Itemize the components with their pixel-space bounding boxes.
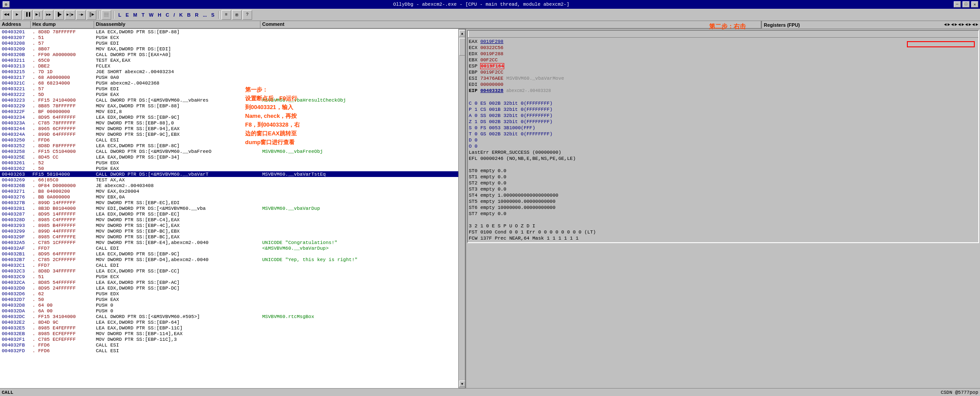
toolbar-restart[interactable]: ░░ <box>102 10 111 20</box>
disasm-row[interactable]: 00403269 . 66|85C0 TEST AX,AX <box>0 177 465 183</box>
disasm-row[interactable]: 004032D7 . 50 PUSH EAX <box>0 297 465 302</box>
disasm-row[interactable]: 004032C3 . 8D8D 34FFFFFF LEA ECX,DWORD P… <box>0 268 465 274</box>
disasm-row[interactable]: 00403252 . 8D8D F8FFFFFF LEA ECX,DWORD P… <box>0 143 465 148</box>
disasm-row[interactable]: 00403234 . 8D95 64FFFFFF LEA EDX,DWORD P… <box>0 114 465 120</box>
nav-arrow-9[interactable]: ◄ <box>972 22 975 27</box>
toolbar-H[interactable]: H <box>156 12 163 18</box>
disasm-row[interactable]: 004032D8 . 64 00 PUSH 0 <box>0 302 465 308</box>
disasm-row[interactable]: 004032FD . FFD6 CALL ESI <box>0 348 465 354</box>
disasm-row[interactable]: 004032C9 . 51 PUSH ECX <box>0 274 465 279</box>
toolbar-rewind[interactable]: ◄◄ <box>2 10 11 20</box>
toolbar-list[interactable]: ≡ <box>221 10 231 20</box>
disasm-row[interactable]: 00403258 . FF15 C5104000 CALL DWORD PTR … <box>0 148 465 154</box>
disasm-row[interactable]: 00403201 . 8D8D 78FFFFFF LEA ECX,DWORD P… <box>0 29 465 35</box>
disasm-row[interactable]: 004032DC . FF15 34104000 CALL DWORD PTR … <box>0 314 465 319</box>
disasm-row[interactable]: 00403271 . B8 04000200 MOV EAX,0x20004 <box>0 188 465 194</box>
disasm-row[interactable]: 004032EB . 8985 ECFEFFFF MOV DWORD PTR S… <box>0 331 465 336</box>
toolbar-pause[interactable]: ▐▐ <box>23 10 32 20</box>
maximize-btn[interactable]: □ <box>962 1 969 7</box>
disasm-row[interactable]: 00403208 . 57 PUSH EDI <box>0 40 465 46</box>
disasm-row[interactable]: 00403229 . 8B85 78FFFFFF MOV EAX,DWORD P… <box>0 103 465 109</box>
disasm-row[interactable]: 004032C1 . FFD7 CALL EDI <box>0 262 465 268</box>
disasm-row[interactable]: 00403221 . 57 PUSH EDI <box>0 86 465 92</box>
toolbar-T[interactable]: T <box>140 12 146 18</box>
disasm-row[interactable]: 00403211 . 65C0 TEST EAX,EAX <box>0 57 465 63</box>
nav-arrow-7[interactable]: ◄ <box>965 22 968 27</box>
disasm-row[interactable]: 004032F1 . C785 ECFEFFFF MOV DWORD PTR S… <box>0 336 465 342</box>
disasm-row[interactable]: 00403250 . FFD6 CALL ESI <box>0 137 465 143</box>
disasm-row[interactable]: 00403281 . 8B3D B0104000 MOV EDI,DWORD P… <box>0 205 465 211</box>
disasm-row[interactable]: 004032E2 . 8D4D 9C LEA ECX,DWORD PTR SS:… <box>0 319 465 325</box>
nav-arrow-8[interactable]: ► <box>969 22 971 27</box>
scroll-down-btn[interactable]: ▼ <box>459 381 465 387</box>
disasm-row[interactable]: 0040328D . 8985 C4FFFFFF MOV DWORD PTR S… <box>0 217 465 223</box>
disasm-row[interactable]: 00403217 . 68 A0000000 PUSH 0A0 <box>0 74 465 80</box>
disasm-row[interactable]: 00403222 . 5D PUSH EAX <box>0 92 465 97</box>
nav-arrow-2[interactable]: ► <box>948 22 950 27</box>
scroll-up-btn[interactable]: ▲ <box>459 30 465 36</box>
disasm-row[interactable]: 0040324A . 899D 64FFFFFF MOV DWORD PTR S… <box>0 131 465 137</box>
disasm-row[interactable]: 004032AF . FFD7 CALL EDI <&MSVBVM60.__vb… <box>0 245 465 251</box>
toolbar-R[interactable]: R <box>193 12 200 18</box>
disasm-row[interactable]: 00403261 . 52 PUSH EDX <box>0 160 465 166</box>
toolbar-C[interactable]: C <box>164 12 171 18</box>
toolbar-step-over[interactable]: ►► <box>44 10 53 20</box>
disasm-row[interactable]: 0040327B . 899D 14FFFFFF MOV DWORD PTR S… <box>0 200 465 205</box>
disasm-row[interactable]: 00403213 . DBE2 FCLEX <box>0 63 465 69</box>
toolbar-help[interactable]: ? <box>242 10 252 20</box>
disasm-row[interactable]: 004032FB . FFD6 CALL ESI <box>0 342 465 348</box>
toolbar-S[interactable]: S <box>210 12 216 18</box>
disasm-row[interactable]: 0040322F . BF 00000000 MOV EDI,8 <box>0 109 465 114</box>
toolbar-execute-till-return[interactable]: ►|► <box>65 10 75 20</box>
reg-eax-val[interactable]: 0019F298 <box>480 39 503 44</box>
disasm-row[interactable]: 004032B7 . C785 2CFFFFFF MOV DWORD PTR S… <box>0 257 465 262</box>
nav-arrow-3[interactable]: ◄ <box>951 22 954 27</box>
disasm-row[interactable]: 004032A5 . C785 1CFFFFFF MOV DWORD PTR S… <box>0 240 465 245</box>
toolbar-step-into[interactable]: ►| <box>33 10 43 20</box>
disasm-row[interactable]: 0040325E . 8D45 CC LEA EAX,DWORD PTR SS:… <box>0 154 465 160</box>
disasm-row[interactable]: 0040329F . 8985 C4FFFFFE MOV DWORD PTR S… <box>0 234 465 240</box>
disasm-row[interactable]: 0040326B . 0F84 D0000000 JE abexcm2-.004… <box>0 183 465 188</box>
disasm-row[interactable]: 0040323A . C785 78FFFFFF MOV DWORD PTR S… <box>0 120 465 126</box>
toolbar-W[interactable]: W <box>147 12 155 18</box>
disasm-row[interactable]: 00403299 . 899D 44FFFFFF MOV DWORD PTR S… <box>0 228 465 234</box>
toolbar-run[interactable]: ► <box>12 10 22 20</box>
disasm-row[interactable]: 00403209 . 8B07 MOV EAX,DWORD PTR DS:[ED… <box>0 46 465 52</box>
disasm-row[interactable]: 004032DA . 6A 00 PUSH 0 <box>0 308 465 314</box>
toolbar-K[interactable]: K <box>178 12 185 18</box>
disasm-row[interactable]: 00403276 . BB 0A000000 MOV EBX,0A <box>0 194 465 200</box>
disasm-row[interactable]: 00403263 FF15 58104000 CALL DWORD PTR DS… <box>0 171 465 177</box>
disasm-row[interactable]: 0040320B . FF90 A0000000 CALL DWORD PTR … <box>0 52 465 57</box>
disasm-row[interactable]: 0040321C . 68 68234000 PUSH abexcm2-.004… <box>0 80 465 86</box>
toolbar-grid[interactable]: ⊞ <box>232 10 242 20</box>
toolbar-B[interactable]: B <box>186 12 193 18</box>
nav-arrow-1[interactable]: ◄ <box>944 22 947 27</box>
disasm-row[interactable]: 004032E5 . 8985 E4FEFFFF LEA EAX,DWORD P… <box>0 325 465 331</box>
disasm-row[interactable]: 00403287 . 8D95 14FFFFFF LEA EDX,DWORD P… <box>0 211 465 217</box>
close-btn[interactable]: ✕ <box>971 1 978 7</box>
scroll-thumb[interactable] <box>459 38 465 56</box>
disasm-row[interactable]: 00403215 . 7D 1D JGE SHORT abexcm2-.0040… <box>0 69 465 74</box>
toolbar-run-until[interactable]: ▐► <box>54 10 64 20</box>
disasm-row[interactable]: 00403207 . 51 PUSH ECX <box>0 35 465 40</box>
disasm-row[interactable]: 004032D6 . 62 PUSH EDX <box>0 291 465 297</box>
nav-arrow-4[interactable]: ► <box>955 22 957 27</box>
toolbar-E[interactable]: E <box>124 12 130 18</box>
nav-arrow-5[interactable]: ◄ <box>958 22 961 27</box>
toolbar-slash[interactable]: / <box>172 12 176 18</box>
minimize-btn[interactable]: ─ <box>954 1 961 7</box>
toolbar-animate[interactable]: →► <box>76 10 86 20</box>
toolbar-M[interactable]: M <box>131 12 139 18</box>
toolbar-break-all[interactable]: ║► <box>87 10 96 20</box>
disasm-row[interactable]: 00403223 . FF15 24104000 CALL DWORD PTR … <box>0 97 465 103</box>
disasm-row[interactable]: 00403293 . 8985 B4FFFFFF MOV DWORD PTR S… <box>0 223 465 228</box>
disasm-scrollbar[interactable]: ▲ ▼ <box>458 29 465 388</box>
nav-arrow-6[interactable]: ► <box>962 22 964 27</box>
disasm-row[interactable]: 00403244 . 8965 6CFFFFFF MOV DWORD PTR S… <box>0 126 465 131</box>
toolbar-dots[interactable]: ... <box>201 12 208 18</box>
disasm-row[interactable]: 004032D0 . 8D95 24FFFFFF LEA EDX,DWORD P… <box>0 285 465 291</box>
disasm-row[interactable]: 00403262 . 50 PUSH EAX <box>0 166 465 171</box>
toolbar-L[interactable]: L <box>116 12 123 18</box>
disasm-row[interactable]: 004032CA . 8D85 54FFFFFF LEA EAX,DWORD P… <box>0 279 465 285</box>
reg-eip-val[interactable]: 00403328 <box>480 88 503 93</box>
